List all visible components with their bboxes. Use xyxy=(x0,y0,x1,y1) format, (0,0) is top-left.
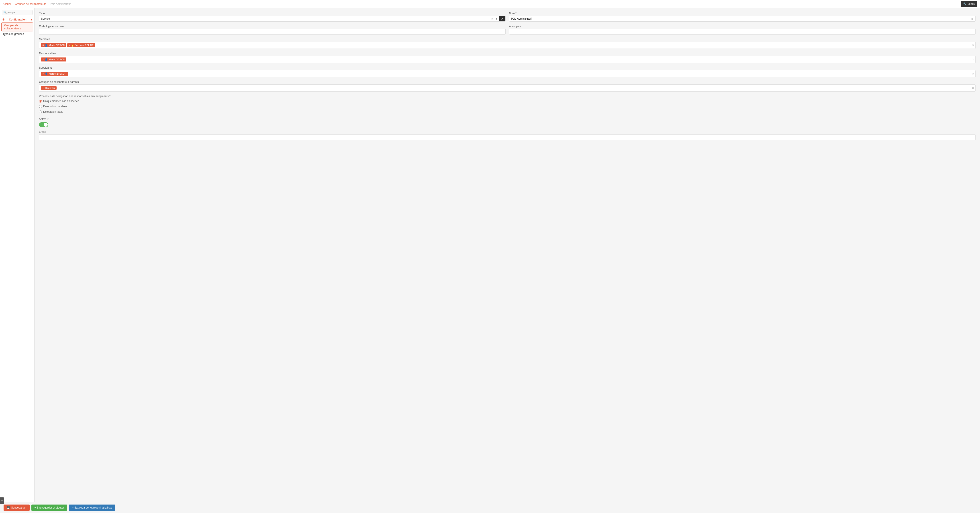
breadcrumb: Accueil › Groupes de collaborateurs › Pô… xyxy=(3,2,71,6)
radio-absence[interactable]: Uniquement en cas d'absence xyxy=(39,100,975,103)
responsables-label: Responsables xyxy=(39,52,975,55)
delegation-label: Processus de délégation des responsables… xyxy=(39,95,975,98)
sidebar-item-groupes[interactable]: Groupes de collaborateurs xyxy=(2,22,33,32)
topbar: Accueil › Groupes de collaborateurs › Pô… xyxy=(0,0,980,8)
sidebar-item-types[interactable]: Types de groupes xyxy=(0,32,34,37)
toggle-wrap xyxy=(39,122,975,127)
responsables-clear-all[interactable]: × xyxy=(972,58,974,61)
remove-resp-marie[interactable]: × xyxy=(42,58,44,61)
responsables-field[interactable]: × 👤 Marie CITRON × xyxy=(39,56,975,63)
groupes-parents-label: Groupes de collaborateur parents xyxy=(39,80,975,83)
type-clear-btn[interactable]: × xyxy=(490,16,494,21)
suppleants-clear-all[interactable]: × xyxy=(972,72,974,75)
type-open-btn[interactable]: ↗ xyxy=(499,16,505,21)
membres-field[interactable]: × 👤 Marie CITRON × 🔥 Jacques ECLAIR × xyxy=(39,41,975,49)
membres-clear-all[interactable]: × xyxy=(972,43,974,47)
type-dropdown-arrow[interactable]: ▾ xyxy=(495,16,499,21)
main-layout: 🔍 ⚙ Configuration ▾ Groupes de collabora… xyxy=(0,8,980,502)
suppleants-field[interactable]: × 👤 Margot BISCUIT × xyxy=(39,70,975,77)
field-suppleants: Suppléants × 👤 Margot BISCUIT × xyxy=(39,66,975,77)
breadcrumb-section[interactable]: Groupes de collaborateurs xyxy=(15,2,46,6)
chevron-icon: ▾ xyxy=(31,18,32,21)
membre-marie-citron[interactable]: × 👤 Marie CITRON xyxy=(41,43,66,47)
field-email: Email xyxy=(39,130,975,140)
sidebar-toggle[interactable]: + xyxy=(0,497,4,504)
save-list-button[interactable]: ≡ Sauvegarder et revenir à la liste xyxy=(69,505,115,511)
field-type: Type Service × ▾ ↗ xyxy=(39,12,506,22)
fire-icon: 🔥 xyxy=(71,44,74,47)
remove-direction[interactable]: × xyxy=(43,87,44,89)
field-membres: Membres × 👤 Marie CITRON × 🔥 Jacques ECL… xyxy=(39,38,975,49)
delegation-radio-group: Uniquement en cas d'absence Délégation p… xyxy=(39,100,975,114)
code-logiciel-label: Code logiciel de paie xyxy=(39,25,506,28)
groupes-parents-clear-all[interactable]: × xyxy=(972,86,974,90)
field-active: Activé ? xyxy=(39,117,975,127)
membres-label: Membres xyxy=(39,38,975,41)
breadcrumb-home[interactable]: Accueil xyxy=(3,2,11,6)
acronyme-input[interactable] xyxy=(509,29,976,35)
user-icon: 👤 xyxy=(45,58,48,61)
external-link-icon: ↗ xyxy=(501,17,503,20)
nom-label: Nom * xyxy=(509,12,976,15)
active-label: Activé ? xyxy=(39,117,975,121)
radio-totale[interactable]: Délégation totale xyxy=(39,110,975,113)
radio-absence-input[interactable] xyxy=(39,100,42,103)
remove-margot[interactable]: × xyxy=(42,72,44,75)
tools-button[interactable]: 🔧 Outils xyxy=(961,2,977,7)
row-code-acronyme: Code logiciel de paie Acronyme xyxy=(39,25,975,35)
active-toggle[interactable] xyxy=(39,122,48,127)
search-icon: 🔍 xyxy=(3,11,7,14)
suppleant-margot[interactable]: × 👤 Margot BISCUIT xyxy=(41,72,68,76)
parent-direction[interactable]: × Direction xyxy=(41,86,57,90)
acronyme-label: Acronyme xyxy=(509,25,976,28)
field-groupes-parents: Groupes de collaborateur parents × Direc… xyxy=(39,80,975,92)
nom-field-wrap: ⊞ xyxy=(509,16,976,22)
field-acronyme: Acronyme xyxy=(509,25,976,35)
bottom-bar: 💾 Sauvegarder + Sauvegarder et ajouter ≡… xyxy=(0,502,980,513)
breadcrumb-sep1: › xyxy=(13,2,14,6)
search-input[interactable] xyxy=(7,11,31,14)
save-add-button[interactable]: + Sauvegarder et ajouter xyxy=(32,505,67,511)
field-responsables: Responsables × 👤 Marie CITRON × xyxy=(39,52,975,63)
save-icon: 💾 xyxy=(7,506,10,509)
user-icon: 👤 xyxy=(45,72,48,75)
wrench-icon: 🔧 xyxy=(963,2,967,6)
type-label: Type xyxy=(39,12,506,15)
breadcrumb-sep2: › xyxy=(48,2,49,6)
remove-jacques-eclair[interactable]: × xyxy=(68,44,70,47)
row-type-nom: Type Service × ▾ ↗ Nom * ⊞ xyxy=(39,12,975,22)
nom-icon-btn[interactable]: ⊞ xyxy=(969,16,975,21)
field-code-logiciel: Code logiciel de paie xyxy=(39,25,506,35)
radio-totale-input[interactable] xyxy=(39,110,42,113)
main-content: Type Service × ▾ ↗ Nom * ⊞ xyxy=(35,8,980,502)
nom-input[interactable] xyxy=(509,16,970,21)
sidebar: 🔍 ⚙ Configuration ▾ Groupes de collabora… xyxy=(0,8,35,502)
sidebar-search-wrap[interactable]: 🔍 xyxy=(2,10,32,15)
email-input[interactable] xyxy=(39,134,975,140)
breadcrumb-current: Pôle Administratif xyxy=(50,2,71,6)
field-delegation: Processus de délégation des responsables… xyxy=(39,95,975,114)
gear-icon: ⚙ xyxy=(2,18,5,21)
groupes-parents-field[interactable]: × Direction × xyxy=(39,84,975,92)
suppleants-label: Suppléants xyxy=(39,66,975,69)
radio-parallele-input[interactable] xyxy=(39,105,42,108)
type-select-wrap: Service × ▾ ↗ xyxy=(39,16,506,22)
remove-marie-citron[interactable]: × xyxy=(42,44,44,47)
save-button[interactable]: 💾 Sauvegarder xyxy=(3,505,30,511)
resp-marie-citron[interactable]: × 👤 Marie CITRON xyxy=(41,57,66,62)
email-label: Email xyxy=(39,130,975,134)
field-nom: Nom * ⊞ xyxy=(509,12,976,22)
radio-parallele[interactable]: Délégation parallèle xyxy=(39,105,975,108)
sidebar-section-configuration[interactable]: ⚙ Configuration ▾ xyxy=(0,17,34,22)
code-logiciel-input[interactable] xyxy=(39,29,506,35)
membre-jacques-eclair[interactable]: × 🔥 Jacques ECLAIR xyxy=(67,43,95,47)
user-icon: 👤 xyxy=(45,44,48,47)
type-select-value: Service xyxy=(39,16,490,21)
